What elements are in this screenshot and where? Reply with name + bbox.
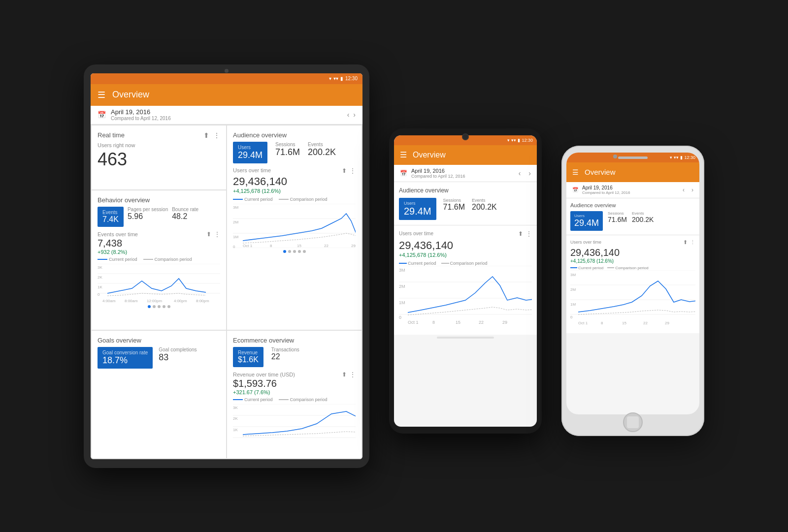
svg-text:0: 0 [98,292,100,297]
svg-text:8:00am: 8:00am [125,299,138,303]
audience-more-icon[interactable]: ⋮ [350,167,356,174]
time: 12:30 [345,76,358,81]
iphone-uot-count: 29,436,140 [570,247,695,258]
iphone-next[interactable]: › [691,187,693,193]
android-date: April 19, 2016 [411,168,465,174]
tablet-toolbar: ☰ Overview [91,84,362,106]
android-events-col: Events 200.2K [472,198,497,212]
android-home-indicator [437,337,494,339]
behavior-legend: Current period Comparison period [98,257,220,262]
next-arrow[interactable]: › [353,111,356,119]
android-screen: ▾ ▾▾ ▮ 12:30 ☰ Overview 📅 April 19, 2016… [394,135,537,427]
android-compare: Compared to April 12, 2016 [411,174,465,179]
svg-text:0: 0 [233,245,235,248]
svg-text:29: 29 [502,320,507,325]
conversion-stat: Goal conversion rate 18.7% [98,347,153,369]
iphone-users-section: Users over time ⬆ ⋮ 29,436,140 +4,125,67… [566,235,699,333]
iphone-chart: 3M 2M 1M 0 Oct 1 8 15 22 29 [570,270,695,329]
svg-text:4:00am: 4:00am [102,299,116,303]
iphone-prev[interactable]: ‹ [683,187,685,193]
android-next[interactable]: › [528,169,531,177]
android-menu-icon[interactable]: ☰ [400,150,407,159]
revenue-val: $1.6K [238,355,259,364]
svg-text:22: 22 [479,320,484,325]
date-bar: 📅 April 19, 2016 Compared to April 12, 2… [91,106,362,125]
svg-text:3K: 3K [98,265,102,270]
ecommerce-more-icon[interactable]: ⋮ [350,371,356,378]
events-value: 200.2K [308,147,336,157]
iphone-uot-share[interactable]: ⬆ [683,239,688,246]
iphone-events-col: Events 200.2K [632,211,654,223]
android-signal: ▾▾ [511,138,516,143]
ecommerce-chart: 3K 2K 1K [233,404,356,438]
prev-arrow[interactable]: ‹ [347,111,350,119]
transactions-stat: Transactions 22 [271,347,299,367]
iphone-toolbar: ☰ Overview [566,162,699,182]
ecommerce-card: Ecommerce overview Revenue $1.6K Transac… [227,331,361,458]
svg-text:3M: 3M [233,205,238,210]
svg-text:2M: 2M [570,287,576,292]
android-uot-more[interactable]: ⋮ [526,230,532,237]
android-users-blue[interactable]: Users 29.4M [399,198,436,220]
audience-chart-legend: Current period Comparison period [233,197,356,202]
iphone-speaker [618,156,648,159]
iphone-sessions-val: 71.6M [608,216,627,223]
share-icon[interactable]: ⬆ [203,131,209,139]
ecommerce-title: Ecommerce overview [233,337,356,344]
iphone-menu-icon[interactable]: ☰ [572,168,579,176]
svg-text:22: 22 [324,244,328,248]
behavior-more-icon[interactable]: ⋮ [214,231,220,238]
completions-val: 83 [159,352,197,363]
behavior-chart: 3K 2K 1K 0 4:00am 8:00am 12:00pm 4:00pm … [98,264,220,303]
sessions-label: Sessions [275,142,300,147]
sessions-value: 71.6M [275,147,300,157]
svg-text:12:00pm: 12:00pm [147,299,162,303]
iphone-frame: ▾ ▾▾ ▮ 12:30 ☰ Overview 📅 April 19, 2016… [561,146,704,436]
svg-text:15: 15 [622,321,626,325]
iphone-wifi: ▾ [670,155,672,160]
android-stats-row: Users 29.4M Sessions 71.6M Events 200.2K [399,198,532,220]
android-prev[interactable]: ‹ [519,169,521,177]
iphone-home-button[interactable] [623,412,643,432]
audience-card: Audience overview Users 29.4M Sessions 7… [227,125,361,330]
iphone-uot-more[interactable]: ⋮ [690,239,695,246]
more-icon[interactable]: ⋮ [213,131,220,139]
devices-container: ▾ ▾▾ ▮ 12:30 ☰ Overview 📅 April 19, 2016… [84,64,704,468]
svg-text:3M: 3M [570,273,576,277]
svg-text:Oct 1: Oct 1 [243,244,253,248]
ecommerce-stats: Revenue $1.6K Transactions 22 [233,347,356,367]
battery-icon: ▮ [340,76,343,81]
revenue-change: +321.67 (7.6%) [233,389,356,395]
behavior-share-icon[interactable]: ⬆ [206,231,211,238]
android-time: 12:30 [522,138,533,143]
events-badge: Events 7.4K [98,207,124,227]
iphone-uot-change: +4,125,678 (12.6%) [570,258,695,264]
iphone-time: 12:30 [684,155,695,160]
android-uot-share[interactable]: ⬆ [518,230,523,237]
audience-share-icon[interactable]: ⬆ [342,167,347,174]
svg-text:1M: 1M [399,300,405,305]
users-over-time-label: Users over time [233,167,271,173]
behavior-metrics: Events 7.4K Pages per session 5.96 Bounc… [98,207,220,227]
transactions-val: 22 [271,352,299,361]
events-count: 7,438 [98,238,220,249]
android-sessions-label: Sessions [443,198,465,203]
iphone-sessions-col: Sessions 71.6M [608,211,627,223]
iphone-cal-icon: 📅 [572,187,578,192]
iphone-users-val: 29.4M [574,218,599,228]
svg-text:Oct 1: Oct 1 [578,321,588,325]
svg-text:2M: 2M [233,220,238,224]
revenue-stat: Revenue $1.6K [233,347,263,367]
iphone-compare: Compared to April 12, 2016 [582,190,630,195]
iphone-signal: ▾▾ [674,155,679,160]
users-stat[interactable]: Users 29.4M [233,142,267,163]
revenue-over-time-label: Revenue over time (USD) [233,372,342,377]
svg-text:2M: 2M [399,284,405,289]
tablet-frame: ▾ ▾▾ ▮ 12:30 ☰ Overview 📅 April 19, 2016… [84,64,369,468]
menu-icon[interactable]: ☰ [98,90,105,100]
ecommerce-share-icon[interactable]: ⬆ [342,371,347,378]
svg-text:3K: 3K [233,406,238,410]
revenue-label: Revenue [238,350,259,355]
iphone-users-blue[interactable]: Users 29.4M [570,211,603,231]
realtime-title: Real time [98,131,203,139]
